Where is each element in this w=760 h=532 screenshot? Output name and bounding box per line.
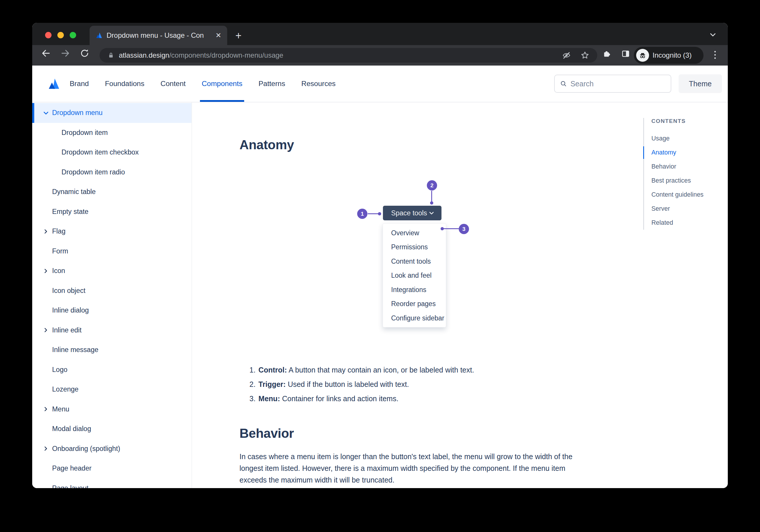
nav-brand[interactable]: Brand — [70, 66, 89, 102]
sidebar-item-dropdown-item[interactable]: Dropdown item — [32, 123, 191, 143]
tab-strip: Dropdown menu - Usage - Con ✕ + — [32, 23, 728, 45]
annotation-badge-2: 2 — [427, 180, 437, 191]
sidebar-item-label: Dynamic table — [52, 188, 96, 196]
sidebar-item-icon-object[interactable]: Icon object — [32, 281, 191, 301]
toc-server[interactable]: Server — [651, 201, 703, 216]
sidebar-item-icon[interactable]: Icon — [32, 261, 191, 281]
toc-behavior[interactable]: Behavior — [651, 159, 703, 174]
menu-item-content-tools[interactable]: Content tools — [383, 254, 446, 269]
chevron-right-icon — [43, 406, 49, 412]
search-box[interactable] — [554, 75, 671, 93]
url-path: /components/dropdown-menu/usage — [169, 51, 283, 59]
toc-best-practices[interactable]: Best practices — [651, 174, 703, 188]
bookmark-star-icon[interactable] — [580, 51, 590, 60]
incognito-label: Incognito (3) — [652, 51, 691, 60]
sidebar-item-label: Logo — [52, 366, 67, 374]
nav-foundations[interactable]: Foundations — [105, 66, 144, 102]
sidebar-item-inline-edit[interactable]: Inline edit — [32, 321, 191, 340]
url-text: atlassian.design/components/dropdown-men… — [119, 51, 558, 60]
sidebar-item-empty-state[interactable]: Empty state — [32, 202, 191, 222]
annotation-dot — [430, 201, 433, 204]
sidebar-item-label: Form — [52, 247, 68, 255]
zoom-window-button[interactable] — [70, 32, 76, 38]
nav-components[interactable]: Components — [202, 66, 242, 102]
sidebar-item-inline-dialog[interactable]: Inline dialog — [32, 300, 191, 321]
atlassian-logo — [47, 77, 60, 90]
sidebar-item-flag[interactable]: Flag — [32, 222, 191, 242]
new-tab-button[interactable]: + — [235, 30, 242, 41]
sidebar-item-dynamic-table[interactable]: Dynamic table — [32, 182, 191, 202]
space-tools-button[interactable]: Space tools — [383, 206, 442, 220]
sidebar-item-lozenge[interactable]: Lozenge — [32, 379, 191, 399]
annotation-line — [443, 228, 459, 229]
sidebar-item-label: Flag — [52, 227, 66, 235]
side-panel-icon[interactable] — [621, 49, 630, 58]
sidebar-item-dropdown-item-checkbox[interactable]: Dropdown item checkbox — [32, 143, 191, 162]
annotation-dot — [441, 227, 444, 230]
sidebar-item-logo[interactable]: Logo — [32, 360, 191, 380]
close-window-button[interactable] — [45, 32, 52, 38]
sidebar-item-modal-dialog[interactable]: Modal dialog — [32, 419, 191, 439]
lock-icon — [107, 52, 115, 59]
sidebar-item-menu[interactable]: Menu — [32, 399, 191, 419]
menu-item-permissions[interactable]: Permissions — [383, 240, 446, 255]
list-number: 2. — [250, 380, 256, 388]
forward-icon[interactable] — [60, 48, 70, 58]
eye-off-icon[interactable] — [562, 51, 571, 60]
sidebar-item-label: Dropdown item checkbox — [62, 148, 139, 156]
search-input[interactable] — [570, 80, 665, 88]
theme-button[interactable]: Theme — [679, 74, 722, 93]
tab-search-chevron-icon[interactable] — [708, 30, 717, 39]
list-number: 3. — [250, 394, 256, 403]
sidebar-item-label: Onboarding (spotlight) — [52, 445, 120, 453]
sidebar-item-label: Dropdown item — [62, 129, 108, 137]
back-icon[interactable] — [41, 48, 51, 58]
contents-heading: CONTENTS — [651, 118, 703, 124]
sidebar-item-page-header[interactable]: Page header — [32, 459, 191, 478]
menu-item-configure-sidebar[interactable]: Configure sidebar — [383, 311, 446, 326]
sidebar-item-inline-message[interactable]: Inline message — [32, 340, 191, 360]
minimize-window-button[interactable] — [57, 32, 64, 38]
main-nav: Brand Foundations Content Components Pat… — [70, 66, 352, 102]
list-item: 3.Menu: Container for links and action i… — [250, 393, 399, 404]
list-text: Used if the button is labeled with text. — [288, 380, 409, 388]
sidebar-item-label: Icon object — [52, 287, 85, 295]
sidebar-item-label: Inline dialog — [52, 306, 89, 314]
sidebar-item-label: Dropdown menu — [52, 109, 103, 117]
reload-icon[interactable] — [80, 48, 90, 58]
extensions-puzzle-icon[interactable] — [602, 49, 611, 58]
sidebar-item-dropdown-item-radio[interactable]: Dropdown item radio — [32, 162, 191, 182]
toc-related[interactable]: Related — [651, 216, 703, 230]
atlassian-favicon — [95, 32, 103, 39]
browser-menu-icon[interactable] — [714, 51, 716, 59]
menu-item-reorder-pages[interactable]: Reorder pages — [383, 297, 446, 311]
chevron-down-icon — [43, 110, 49, 116]
annotation-badge-3: 3 — [459, 224, 469, 234]
sidebar-item-dropdown-menu[interactable]: Dropdown menu — [32, 103, 191, 123]
menu-item-look-and-feel[interactable]: Look and feel — [383, 269, 446, 283]
nav-patterns[interactable]: Patterns — [259, 66, 285, 102]
chevron-right-icon — [43, 327, 49, 333]
nav-content[interactable]: Content — [161, 66, 186, 102]
toc-anatomy[interactable]: Anatomy — [651, 146, 703, 159]
browser-tab[interactable]: Dropdown menu - Usage - Con ✕ — [90, 26, 227, 45]
toc-content-guidelines[interactable]: Content guidelines — [651, 188, 703, 201]
toc-usage[interactable]: Usage — [651, 131, 703, 146]
chevron-down-icon — [429, 210, 435, 216]
sidebar-item-page-layout[interactable]: Page layout — [32, 478, 191, 488]
sidebar-item-label: Inline edit — [52, 326, 82, 334]
component-sidebar: Dropdown menu Dropdown item Dropdown ite… — [32, 103, 192, 488]
menu-item-overview[interactable]: Overview — [383, 226, 446, 240]
list-text: A button that may contain an icon, or be… — [289, 366, 474, 374]
annotation-line — [368, 213, 379, 214]
list-term: Trigger: — [259, 380, 286, 388]
chevron-right-icon — [43, 268, 49, 274]
tab-close-icon[interactable]: ✕ — [215, 31, 221, 39]
sidebar-item-onboarding[interactable]: Onboarding (spotlight) — [32, 439, 191, 459]
nav-resources[interactable]: Resources — [301, 66, 336, 102]
menu-item-integrations[interactable]: Integrations — [383, 283, 446, 297]
url-domain: atlassian.design — [119, 51, 169, 59]
incognito-badge[interactable]: Incognito (3) — [634, 47, 703, 64]
sidebar-item-form[interactable]: Form — [32, 242, 191, 261]
url-bar[interactable]: atlassian.design/components/dropdown-men… — [100, 48, 597, 63]
